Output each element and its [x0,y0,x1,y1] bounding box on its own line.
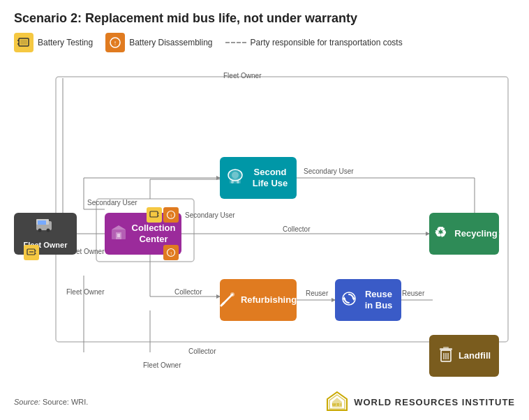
second-life-use-label: Second Life Use [249,167,291,188]
node-refurbishing: Refurbishing [220,279,297,321]
svg-rect-37 [117,234,120,237]
svg-marker-35 [112,225,126,230]
node-collection-center: Collection Center ↑ ↑ [105,213,181,255]
label-collector-bottom: Collector [174,288,202,296]
node-reuse-in-bus: Reuse in Bus [335,279,401,321]
battery-testing-icon [14,33,33,52]
svg-rect-62 [443,347,449,349]
svg-point-51 [230,292,234,297]
refurbishing-icon [220,290,237,310]
svg-line-52 [221,303,224,306]
legend-transportation: Party responsible for transportation cos… [225,38,403,47]
wri-logo-icon: WRI [326,391,348,413]
legend: Battery Testing ↑ Battery Disassembling … [14,33,515,52]
dashed-line-icon [225,42,246,43]
label-collector-bottom2: Collector [188,347,216,355]
diagram: Fleet Owner Secondary User Secondary Use… [14,59,515,352]
svg-rect-29 [38,220,46,225]
collection-battery-disassemble-badge2: ↑ [163,245,179,260]
label-secondary-user-right: Secondary User [304,167,354,175]
svg-point-28 [47,228,50,232]
recycling-icon: ♻ [431,223,450,246]
svg-rect-38 [150,211,158,217]
label-fleet-owner-bottom: Fleet Owner [143,361,181,369]
label-secondary-user-bottom: Secondary User [185,211,235,219]
svg-point-46 [232,172,239,179]
node-landfill: Landfill [429,335,499,377]
collection-battery-test-badge [147,207,162,223]
transportation-label: Party responsible for transportation cos… [251,38,403,47]
footer-wri: WRI WORLD RESOURCES INSTITUTE [326,391,515,413]
svg-point-27 [38,228,42,232]
svg-text:WRI: WRI [332,403,343,407]
svg-point-48 [231,181,234,183]
label-fleet-owner-left2: Fleet Owner [66,288,104,296]
svg-rect-1 [20,40,27,45]
label-fleet-owner-top: Fleet Owner [223,72,261,80]
label-secondary-user-left: Secondary User [87,199,137,207]
fleet-owner-battery-test-badge [24,245,39,260]
footer-source: Source: Source: WRI. [14,398,88,406]
legend-battery-testing: Battery Testing [14,33,93,52]
node-fleet-owner: Fleet Owner [14,213,77,255]
collection-icon [110,224,127,244]
footer: Source: Source: WRI. WRI WORLD RESOURCES… [14,391,515,413]
reuse-icon [341,290,357,310]
fleet-owner-icon [36,218,55,237]
label-reuser: Reuser [306,290,328,297]
svg-point-49 [237,181,239,183]
svg-text:↑: ↑ [170,250,172,257]
battery-testing-label: Battery Testing [38,38,93,47]
second-life-icon [225,168,245,188]
legend-battery-disassembling: ↑ Battery Disassembling [105,33,212,52]
svg-text:♻: ♻ [434,225,447,240]
refurbishing-label: Refurbishing [241,294,297,306]
label-reuse: Reuser [402,290,424,297]
landfill-label: Landfill [459,350,491,361]
reuse-in-bus-label: Reuse in Bus [362,289,396,310]
page-title: Scenario 2: Replacement mid bus life, no… [14,11,515,26]
landfill-icon [438,345,454,367]
label-collector-main: Collector [283,225,310,233]
battery-disassembling-label: Battery Disassembling [129,38,212,47]
recycling-label: Recycling [454,228,497,239]
page-container: Scenario 2: Replacement mid bus life, no… [0,0,529,420]
battery-disassembling-icon: ↑ [105,33,125,52]
wri-org-name: WORLD RESOURCES INSTITUTE [354,397,515,407]
svg-text:↑: ↑ [170,213,172,219]
node-recycling: ♻ Recycling [429,213,499,255]
collection-battery-disassemble-badge: ↑ [163,207,179,223]
node-second-life-use: Second Life Use [220,157,297,199]
collection-center-label: Collection Center [131,223,176,244]
svg-text:↑: ↑ [114,39,117,47]
